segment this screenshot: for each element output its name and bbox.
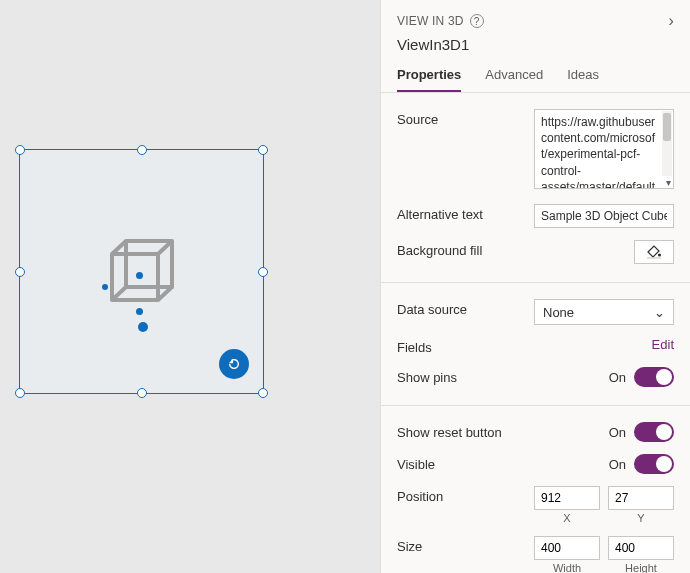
reset-icon: [227, 357, 241, 371]
position-label: Position: [397, 486, 517, 504]
breadcrumb: VIEW IN 3D ? ›: [397, 12, 674, 30]
resize-handle[interactable]: [15, 267, 25, 277]
reset-view-button[interactable]: [219, 349, 249, 379]
visible-state: On: [609, 457, 626, 472]
resize-handle[interactable]: [137, 388, 147, 398]
svg-rect-7: [647, 258, 661, 259]
pin-dot: [136, 308, 143, 315]
alt-text-label: Alternative text: [397, 204, 517, 222]
bgfill-color-picker[interactable]: [634, 240, 674, 264]
position-y-input[interactable]: [608, 486, 674, 510]
visible-toggle[interactable]: [634, 454, 674, 474]
resize-handle[interactable]: [137, 145, 147, 155]
paint-bucket-icon: [646, 245, 662, 259]
cube-3d-icon: [106, 236, 179, 309]
pin-dot: [136, 272, 143, 279]
showpins-label: Show pins: [397, 367, 517, 385]
chevron-down-icon: ⌄: [654, 305, 665, 320]
tab-ideas[interactable]: Ideas: [567, 67, 599, 92]
pin-dot: [102, 284, 108, 290]
alt-text-input[interactable]: [534, 204, 674, 228]
property-panel: VIEW IN 3D ? › ViewIn3D1 Properties Adva…: [380, 0, 690, 573]
position-x-input[interactable]: [534, 486, 600, 510]
showreset-state: On: [609, 425, 626, 440]
svg-point-6: [658, 253, 661, 256]
scrollbar[interactable]: [662, 111, 672, 176]
tab-advanced[interactable]: Advanced: [485, 67, 543, 92]
fields-edit-link[interactable]: Edit: [652, 337, 674, 352]
tab-properties[interactable]: Properties: [397, 67, 461, 92]
resize-handle[interactable]: [15, 145, 25, 155]
showpins-state: On: [609, 370, 626, 385]
size-width-sublabel: Width: [534, 562, 600, 573]
view-in-3d-control[interactable]: [19, 149, 264, 394]
showreset-label: Show reset button: [397, 422, 517, 440]
size-width-input[interactable]: [534, 536, 600, 560]
source-label: Source: [397, 109, 517, 127]
size-height-sublabel: Height: [608, 562, 674, 573]
showpins-toggle[interactable]: [634, 367, 674, 387]
tab-bar: Properties Advanced Ideas: [397, 67, 674, 92]
showreset-toggle[interactable]: [634, 422, 674, 442]
fields-label: Fields: [397, 337, 517, 355]
help-icon[interactable]: ?: [470, 14, 484, 28]
bgfill-label: Background fill: [397, 240, 517, 258]
resize-handle[interactable]: [258, 267, 268, 277]
resize-handle[interactable]: [258, 388, 268, 398]
resize-handle[interactable]: [258, 145, 268, 155]
size-height-input[interactable]: [608, 536, 674, 560]
position-y-sublabel: Y: [608, 512, 674, 524]
datasource-label: Data source: [397, 299, 517, 317]
datasource-select[interactable]: None ⌄: [534, 299, 674, 325]
datasource-value: None: [543, 305, 574, 320]
control-name: ViewIn3D1: [397, 36, 674, 53]
pin-dot: [138, 322, 148, 332]
canvas-area: [0, 0, 380, 573]
chevron-right-icon[interactable]: ›: [668, 12, 674, 30]
visible-label: Visible: [397, 454, 517, 472]
breadcrumb-label: VIEW IN 3D: [397, 14, 464, 28]
size-label: Size: [397, 536, 517, 554]
resize-handle[interactable]: [15, 388, 25, 398]
position-x-sublabel: X: [534, 512, 600, 524]
source-input[interactable]: [534, 109, 674, 189]
